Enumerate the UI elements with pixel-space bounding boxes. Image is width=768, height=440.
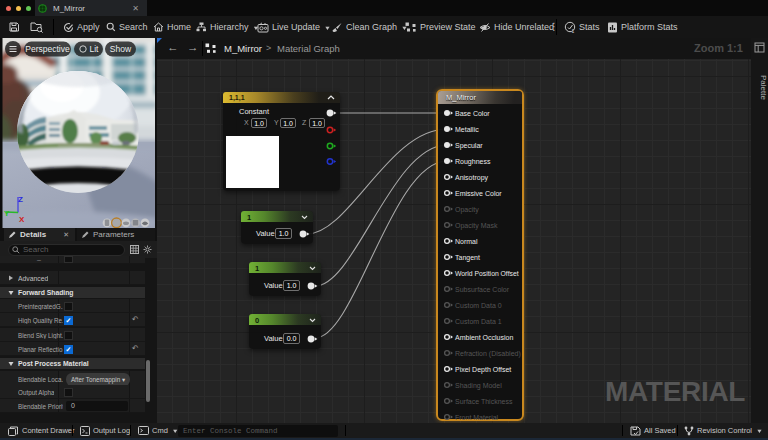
svg-text:Opacity Mask: Opacity Mask	[455, 222, 498, 230]
svg-text:Shading Model: Shading Model	[455, 382, 502, 390]
svg-text:Z: Z	[18, 195, 23, 204]
svg-text:Lit: Lit	[90, 44, 100, 54]
svg-text:Normal: Normal	[455, 238, 478, 245]
svg-text:Opacity: Opacity	[455, 206, 479, 214]
svg-text:Refraction (Disabled): Refraction (Disabled)	[455, 350, 521, 358]
svg-text:Custom Data 0: Custom Data 0	[455, 302, 502, 309]
svg-text:Perspective: Perspective	[25, 44, 70, 54]
svg-text:Roughness: Roughness	[455, 158, 491, 166]
svg-text:Subsurface Color: Subsurface Color	[455, 286, 510, 293]
svg-text:Show: Show	[110, 44, 132, 54]
svg-text:X: X	[19, 215, 25, 224]
svg-text:Metallic: Metallic	[455, 126, 479, 133]
svg-text:Specular: Specular	[455, 142, 483, 150]
svg-text:Ambient Occlusion: Ambient Occlusion	[455, 334, 513, 341]
svg-text:Tangent: Tangent	[455, 254, 480, 262]
svg-text:1: 1	[572, 28, 575, 34]
svg-text:Surface Thickness: Surface Thickness	[455, 398, 513, 405]
svg-text:Pixel Depth Offset: Pixel Depth Offset	[455, 366, 511, 374]
svg-text:Front Material: Front Material	[455, 414, 499, 421]
svg-text:Custom Data 1: Custom Data 1	[455, 318, 502, 325]
svg-text:Anisotropy: Anisotropy	[455, 174, 489, 182]
svg-text:World Position Offset: World Position Offset	[455, 270, 519, 277]
svg-text:Y: Y	[4, 209, 10, 218]
svg-text:Base Color: Base Color	[455, 110, 490, 117]
svg-text:Emissive Color: Emissive Color	[455, 190, 502, 197]
